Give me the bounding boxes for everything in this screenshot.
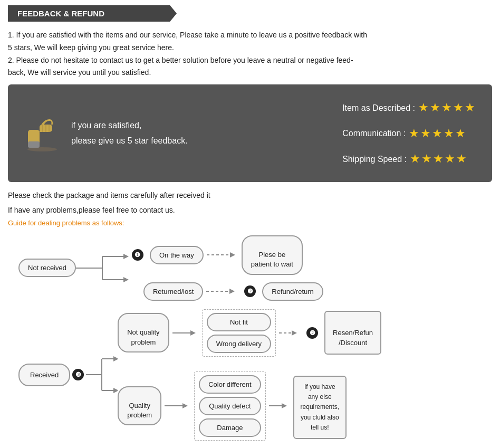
svg-marker-23 <box>113 388 118 393</box>
circle-2-top: ❷ <box>244 285 256 297</box>
thumbs-up-icon <box>24 110 61 157</box>
svg-marker-15 <box>230 252 235 258</box>
not-quality-group: Not fit Wrong delivery <box>202 309 276 357</box>
communication-label: Communication : <box>342 124 406 142</box>
dashed-arrow-1 <box>207 250 238 260</box>
star-row-described: Item as Described : ★★★★★ <box>342 95 476 120</box>
svg-marker-13 <box>123 277 129 282</box>
banner-left: if you are satisfied, please give us 5 s… <box>24 110 188 157</box>
please-wait-box: Plese be patient to wait <box>242 235 303 275</box>
fork-arrow-bottom <box>86 343 118 406</box>
svg-marker-27 <box>292 330 297 336</box>
svg-marker-17 <box>229 289 235 294</box>
intro-line4: back, We will service you until you sati… <box>8 66 492 79</box>
svg-rect-6 <box>28 141 40 148</box>
intro-section: 1. If you are satisfied with the items a… <box>8 29 492 79</box>
not-fit-box: Not fit <box>207 313 271 331</box>
returned-lost-box: Returned/lost <box>143 282 203 301</box>
svg-marker-29 <box>182 403 188 408</box>
star-row-shipping: Shipping Speed : ★★★★★ <box>342 146 476 171</box>
check-line1: Please check the package and items caref… <box>8 189 492 202</box>
star-row-communication: Communication : ★★★★★ <box>342 121 476 146</box>
not-received-box: Not received <box>18 259 76 277</box>
flow-section: Not received ❶ On the way <box>8 235 492 441</box>
dashed-arrow-2 <box>206 286 238 297</box>
quality-problem-box: Quality problem <box>118 386 161 426</box>
page-header: FEEDBACK & REFUND <box>8 5 177 22</box>
svg-marker-25 <box>190 330 196 336</box>
svg-marker-31 <box>282 403 287 408</box>
received-box: Received <box>18 364 70 386</box>
not-quality-box: Not quality problem <box>118 313 169 352</box>
shipping-label: Shipping Speed : <box>342 150 407 168</box>
requirements-box: If you have any else requirements, you c… <box>293 376 347 439</box>
refund-return-box: Refund/return <box>262 282 323 301</box>
shipping-stars: ★★★★★ <box>410 146 468 171</box>
resen-box: Resen/Refun /Discount <box>324 311 381 355</box>
fork-arrow-top <box>76 247 129 289</box>
circle-2-bottom: ❷ <box>306 327 318 339</box>
arrow-not-quality <box>172 328 199 338</box>
banner-text: if you are satisfied, please give us 5 s… <box>71 118 188 149</box>
intro-line2: 5 stars, We will keep giving you great s… <box>8 42 492 54</box>
svg-marker-21 <box>113 356 118 361</box>
described-stars: ★★★★★ <box>418 95 476 120</box>
intro-line1: 1. If you are satisfied with the items a… <box>8 29 492 42</box>
intro-line3: 2. Please do not hesitate to contact us … <box>8 54 492 67</box>
arrow-requirements <box>269 401 290 411</box>
banner-text2: please give us 5 star feedback. <box>71 134 188 149</box>
dashed-arrow-resen <box>279 328 300 338</box>
circle-3: ❸ <box>72 369 84 380</box>
check-line2: If have any problems,please feel free to… <box>8 204 492 217</box>
circle-1: ❶ <box>132 249 143 261</box>
color-different-box: Color different <box>199 375 261 394</box>
damage-box: Damage <box>199 418 261 437</box>
described-label: Item as Described : <box>342 99 415 117</box>
on-the-way-box: On the way <box>150 246 204 264</box>
communication-stars: ★★★★★ <box>409 121 467 146</box>
banner-right: Item as Described : ★★★★★ Communication … <box>342 95 476 171</box>
svg-marker-10 <box>123 254 129 259</box>
arrow-quality <box>165 401 191 411</box>
guide-text: Guide for dealing problems as follows: <box>8 219 492 227</box>
quality-defect-box: Quality defect <box>199 397 261 415</box>
header-title: FEEDBACK & REFUND <box>17 9 104 18</box>
svg-point-0 <box>27 147 57 151</box>
quality-group: Color different Quality defect Damage <box>194 371 265 441</box>
wrong-delivery-box: Wrong delivery <box>207 335 271 353</box>
feedback-banner: if you are satisfied, please give us 5 s… <box>8 84 492 182</box>
banner-text1: if you are satisfied, <box>71 118 188 134</box>
